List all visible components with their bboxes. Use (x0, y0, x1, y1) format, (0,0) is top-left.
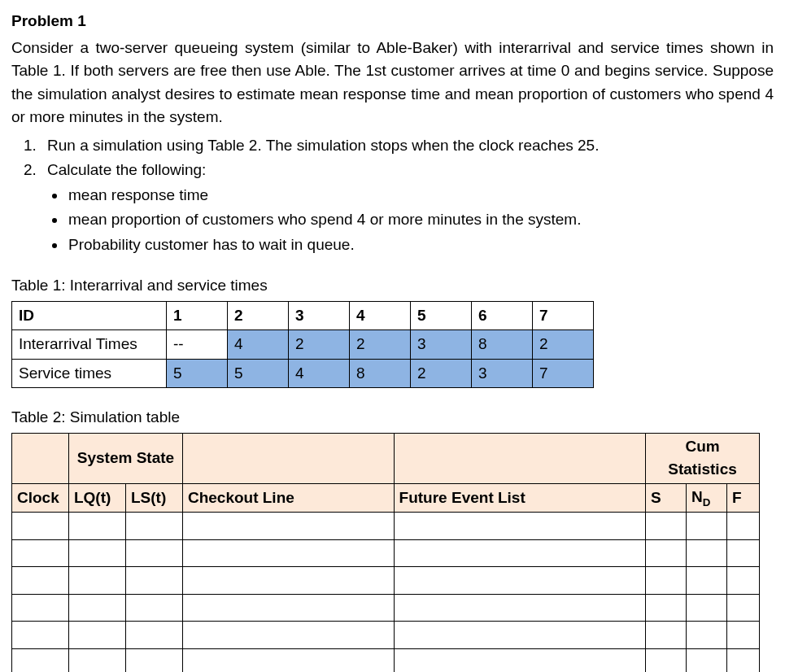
table2-row (12, 513, 760, 540)
table2-cell (12, 513, 69, 540)
table2-cell (12, 567, 69, 595)
subtask-item: mean proportion of customers who spend 4… (67, 208, 774, 232)
table2-col-checkout: Checkout Line (182, 483, 394, 513)
table2-cell (125, 567, 182, 595)
table2-cell (687, 594, 727, 622)
table2-cell (394, 513, 645, 540)
table2-cell (687, 567, 727, 595)
table2-row (12, 539, 760, 567)
table2-blank-hdr (12, 433, 69, 483)
table2-cell (726, 539, 759, 567)
table2-body (12, 513, 760, 672)
table1-cell: 6 (472, 301, 533, 330)
table1-cell: -- (167, 330, 228, 360)
table2-cell (125, 594, 182, 622)
table2-cum-stats-hdr: Cum Statistics (646, 433, 760, 483)
table2-cell (68, 622, 125, 649)
table1-caption: Table 1: Interarrival and service times (11, 274, 774, 298)
table2-col-lq: LQ(t) (68, 483, 125, 513)
table1-row-interarrival: Interarrival Times -- 4 2 2 3 8 2 (12, 330, 594, 360)
table1-cell: 5 (228, 359, 289, 388)
table2-blank-hdr (182, 433, 394, 483)
table1-cell: 2 (289, 330, 350, 360)
table2-cell (68, 594, 125, 622)
table2-cell (394, 567, 645, 595)
table2-system-state-hdr: System State (68, 433, 182, 483)
table2-cell (125, 539, 182, 567)
problem-title: Problem 1 (11, 10, 774, 33)
table2-col-nd: ND (687, 483, 727, 513)
table2: System State Cum Statistics Clock LQ(t) … (11, 433, 760, 673)
task-list: Run a simulation using Table 2. The simu… (11, 134, 774, 182)
table1-cell: 4 (289, 359, 350, 388)
table1-cell: 4 (228, 330, 289, 360)
table1-cell: 1 (167, 301, 228, 330)
table2-cell (182, 622, 394, 649)
table2-cell (125, 622, 182, 649)
subtask-list: mean response time mean proportion of cu… (11, 184, 774, 257)
table2-header-bottom: Clock LQ(t) LS(t) Checkout Line Future E… (12, 483, 760, 513)
table2-cell (394, 594, 645, 622)
table1-label: ID (12, 301, 167, 330)
table2-cell (394, 539, 645, 567)
table2-cell (646, 594, 687, 622)
table1-cell: 3 (289, 301, 350, 330)
table2-caption: Table 2: Simulation table (11, 406, 774, 430)
table1-cell: 5 (411, 301, 472, 330)
table2-cell (68, 648, 125, 672)
table2-cell (68, 513, 125, 540)
table2-cell (726, 648, 759, 672)
table2-cell (68, 567, 125, 595)
table2-cell (646, 622, 687, 649)
table1-cell: 2 (350, 330, 411, 360)
table2-col-ls: LS(t) (125, 483, 182, 513)
table2-col-s: S (646, 483, 687, 513)
problem-description: Consider a two-server queueing system (s… (11, 37, 774, 129)
table2-cell (182, 594, 394, 622)
table1-label: Service times (12, 359, 167, 388)
table1-cell: 3 (472, 359, 533, 388)
table2-row (12, 648, 760, 672)
table2-cell (726, 594, 759, 622)
table2-cell (12, 539, 69, 567)
table2-col-fel: Future Event List (394, 483, 645, 513)
table1-cell: 4 (350, 301, 411, 330)
table2-cell (646, 513, 687, 540)
table2-cell (646, 539, 687, 567)
table2-cell (182, 539, 394, 567)
table2-col-clock: Clock (12, 483, 69, 513)
table2-row (12, 622, 760, 649)
table1: ID 1 2 3 4 5 6 7 Interarrival Times -- 4… (11, 301, 594, 389)
subtask-item: mean response time (67, 184, 774, 207)
table1-cell: 7 (533, 359, 594, 388)
table2-cell (182, 567, 394, 595)
table2-cell (726, 513, 759, 540)
table2-cell (125, 513, 182, 540)
table2-blank-hdr (394, 433, 645, 483)
table1-label: Interarrival Times (12, 330, 167, 360)
table2-cell (687, 648, 727, 672)
table2-cell (182, 648, 394, 672)
table2-cell (182, 513, 394, 540)
table1-cell: 8 (472, 330, 533, 360)
table2-cell (687, 539, 727, 567)
table2-cell (125, 648, 182, 672)
table2-cell (394, 622, 645, 649)
table1-cell: 2 (533, 330, 594, 360)
table2-cell (68, 539, 125, 567)
table2-cell (687, 622, 727, 649)
table2-cell (394, 648, 645, 672)
table2-header-top: System State Cum Statistics (12, 433, 760, 483)
table1-cell: 2 (411, 359, 472, 388)
table2-row (12, 567, 760, 595)
task-item: Run a simulation using Table 2. The simu… (41, 134, 774, 158)
table1-cell: 5 (167, 359, 228, 388)
table2-cell (12, 648, 69, 672)
table2-row (12, 594, 760, 622)
table2-cell (12, 594, 69, 622)
table2-col-f: F (726, 483, 759, 513)
table2-cell (646, 648, 687, 672)
table2-cell (646, 567, 687, 595)
table2-cell (726, 622, 759, 649)
table2-cell (726, 567, 759, 595)
